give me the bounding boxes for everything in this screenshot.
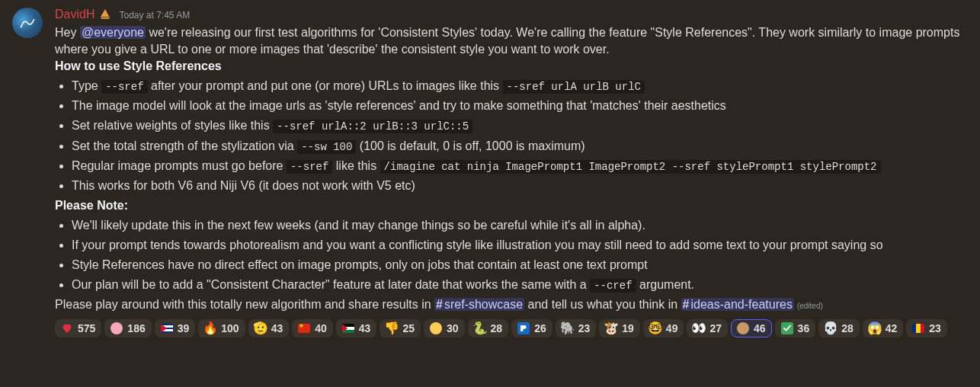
reaction-count: 28 xyxy=(491,321,503,336)
howto-list: Type --sref after your prompt and put on… xyxy=(55,78,968,194)
reaction-nerd[interactable]: 🤓49 xyxy=(643,319,684,337)
text: argument. xyxy=(636,278,694,291)
intro-paragraph: Hey @everyone we're releasing our first … xyxy=(55,24,968,58)
channel-sref-showcase[interactable]: #sref-showcase xyxy=(434,298,524,311)
message: DavidH Today at 7:45 AM Hey @everyone we… xyxy=(12,6,968,337)
text: after your prompt and put one (or more) … xyxy=(148,79,503,92)
reaction-eyes[interactable]: 👀27 xyxy=(687,319,728,337)
flag-ps-icon xyxy=(342,322,354,334)
reaction-count: 36 xyxy=(798,321,810,336)
reaction-thumbs-down[interactable]: 👎25 xyxy=(380,319,421,337)
snake-emoji-icon: 🐍 xyxy=(474,322,486,334)
list-item: The image model will look at the image u… xyxy=(72,98,968,114)
reaction-check[interactable]: 36 xyxy=(775,319,816,337)
reaction-count: 575 xyxy=(78,321,95,336)
reaction-blob-brown[interactable]: 46 xyxy=(731,319,772,337)
list-item: Set the total strength of the stylizatio… xyxy=(72,138,968,155)
reaction-salute[interactable]: 🫡43 xyxy=(248,319,290,337)
check-emoji-icon xyxy=(781,322,793,334)
reaction-count: 27 xyxy=(709,321,722,336)
reaction-count: 46 xyxy=(754,321,766,336)
eyes-emoji-icon: 👀 xyxy=(693,322,705,334)
text: and tell us what you think in xyxy=(524,298,681,311)
text: Set the total strength of the stylizatio… xyxy=(72,139,297,152)
code-weights: --sref urlA::2 urlB::3 urlC::5 xyxy=(273,120,472,133)
username[interactable]: DavidH xyxy=(55,6,94,23)
reaction-count: 43 xyxy=(359,321,371,336)
reaction-snake[interactable]: 🐍28 xyxy=(468,319,509,337)
thumbs-down-emoji-icon: 👎 xyxy=(386,322,398,334)
reaction-count: 49 xyxy=(666,321,678,336)
edited-indicator: (edited) xyxy=(797,302,823,310)
reaction-count: 40 xyxy=(315,321,327,336)
text: like this xyxy=(332,159,380,172)
reaction-flag-cu[interactable]: 39 xyxy=(155,319,196,337)
hash-icon: # xyxy=(683,298,690,311)
reaction-count: 39 xyxy=(178,321,190,336)
list-item: Regular image prompts must go before --s… xyxy=(72,158,968,174)
channel-ideas-and-features[interactable]: #ideas-and-features xyxy=(681,298,794,311)
reaction-count: 23 xyxy=(929,321,941,336)
reaction-count: 30 xyxy=(447,321,459,336)
list-item: Type --sref after your prompt and put on… xyxy=(72,78,968,94)
reaction-count: 23 xyxy=(578,321,591,336)
elephant-emoji-icon: 🐘 xyxy=(562,322,574,334)
code-sref-urls: --sref urlA urlB urlC xyxy=(503,80,645,94)
list-item: If your prompt tends towards photorealis… xyxy=(72,237,968,254)
reaction-ps-logo[interactable]: 26 xyxy=(511,319,552,337)
text: Please play around with this totally new… xyxy=(55,298,434,311)
mention-everyone[interactable]: @everyone xyxy=(80,26,146,39)
reaction-blob-pink[interactable]: 186 xyxy=(104,319,151,337)
sailboat-badge-icon xyxy=(99,8,111,20)
reaction-count: 100 xyxy=(221,321,239,336)
code-cref: --cref xyxy=(590,279,636,293)
reaction-count: 19 xyxy=(622,321,634,336)
text: we're releasing our first test algorithm… xyxy=(55,26,959,56)
note-heading: Please Note: xyxy=(55,197,968,214)
reaction-blob-yellow[interactable]: 30 xyxy=(424,319,465,337)
channel-label: ideas-and-features xyxy=(690,298,792,311)
reaction-elephant[interactable]: 🐘23 xyxy=(556,319,597,337)
blob-brown-emoji-icon xyxy=(737,322,749,334)
ps-logo-emoji-icon xyxy=(517,322,530,334)
text: (100 is default, 0 is off, 1000 is maxim… xyxy=(356,139,584,152)
reaction-flag-ps[interactable]: 43 xyxy=(336,319,377,337)
text: Type xyxy=(72,79,101,92)
cow-emoji-icon: 🐮 xyxy=(605,322,617,334)
timestamp: Today at 7:45 AM xyxy=(119,9,190,22)
code-sref2: --sref xyxy=(287,160,332,174)
nerd-emoji-icon: 🤓 xyxy=(649,322,661,334)
message-content: DavidH Today at 7:45 AM Hey @everyone we… xyxy=(55,6,968,337)
list-item: Style References have no direct effect o… xyxy=(72,257,968,273)
text: Hey xyxy=(55,26,80,39)
reaction-count: 42 xyxy=(886,321,898,336)
reaction-heart[interactable]: 575 xyxy=(55,319,101,337)
reaction-flag-cn[interactable]: 40 xyxy=(292,319,333,337)
channel-label: sref-showcase xyxy=(444,298,523,311)
reaction-fire[interactable]: 🔥100 xyxy=(198,319,245,337)
text: Regular image prompts must go before xyxy=(72,159,287,172)
code-imagine: /imagine cat ninja ImagePrompt1 ImagePro… xyxy=(380,160,881,174)
howto-heading: How to use Style References xyxy=(55,58,968,75)
heart-emoji-icon xyxy=(61,322,73,334)
reaction-count: 43 xyxy=(271,321,283,336)
reaction-scream[interactable]: 😱42 xyxy=(863,319,904,337)
reaction-skull[interactable]: 💀28 xyxy=(818,319,860,337)
list-item: Set relative weights of styles like this… xyxy=(72,117,968,134)
flag-cu-icon xyxy=(161,322,173,334)
code-sref: --sref xyxy=(101,80,147,94)
text: Set relative weights of styles like this xyxy=(72,119,273,132)
salute-emoji-icon: 🫡 xyxy=(255,322,267,334)
message-header: DavidH Today at 7:45 AM xyxy=(55,6,968,23)
hash-icon: # xyxy=(436,298,443,311)
list-item: Our plan will be to add a "Consistent Ch… xyxy=(72,277,968,293)
blob-pink-emoji-icon xyxy=(110,322,123,334)
reaction-cow[interactable]: 🐮19 xyxy=(599,319,640,337)
flag-cn-icon xyxy=(298,322,310,334)
skull-emoji-icon: 💀 xyxy=(825,322,837,334)
reaction-count: 25 xyxy=(402,321,415,336)
reaction-flag-ro[interactable]: 23 xyxy=(906,319,947,337)
avatar[interactable] xyxy=(12,8,43,38)
flag-ro-icon xyxy=(912,322,924,334)
blob-yellow-emoji-icon xyxy=(430,322,442,334)
